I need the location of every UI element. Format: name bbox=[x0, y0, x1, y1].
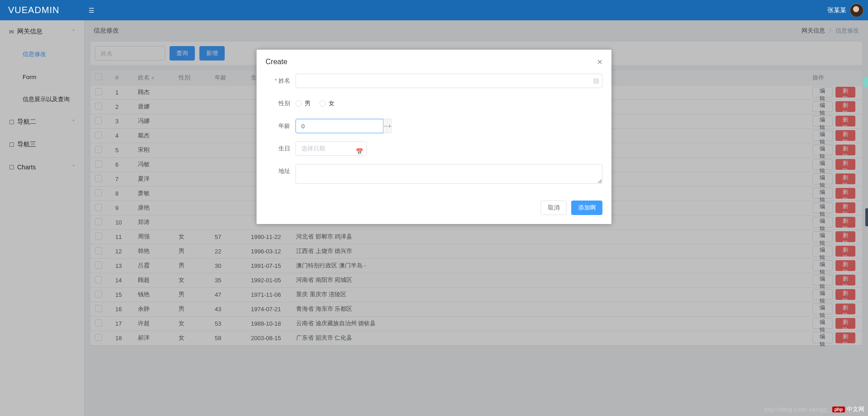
menu-icon: ☰ bbox=[89, 7, 94, 14]
avatar bbox=[850, 4, 863, 17]
watermark: http://blog.csdn.net/qq_ php 中文网 bbox=[764, 405, 864, 413]
calendar-icon: 📅 bbox=[356, 145, 363, 159]
logo: VUEADMIN bbox=[0, 5, 85, 15]
close-icon: ✕ bbox=[597, 58, 603, 66]
birth-date-picker[interactable]: 选择日期 📅 bbox=[296, 141, 367, 156]
addr-field[interactable] bbox=[296, 164, 603, 184]
submit-button[interactable]: 添加啊 bbox=[571, 201, 603, 215]
create-dialog: Create ✕ 姓名 ▤ 性别 男 女 年龄 − + bbox=[257, 50, 612, 224]
label-addr: 地址 bbox=[266, 164, 296, 178]
age-increment-button[interactable]: + bbox=[388, 119, 392, 133]
minus-icon: − bbox=[384, 122, 387, 130]
user-name: 张某某 bbox=[827, 6, 846, 14]
dialog-close-button[interactable]: ✕ bbox=[597, 58, 603, 66]
side-handle[interactable] bbox=[865, 208, 868, 226]
age-stepper: − + bbox=[296, 119, 363, 133]
plus-icon: + bbox=[388, 122, 392, 130]
input-suffix-icon: ▤ bbox=[593, 77, 599, 84]
name-field[interactable] bbox=[296, 74, 603, 88]
label-sex: 性别 bbox=[266, 96, 296, 111]
sidebar-collapse-button[interactable]: ☰ bbox=[85, 7, 98, 14]
user-menu[interactable]: 张某某 bbox=[827, 4, 868, 17]
dialog-title: Create bbox=[266, 58, 288, 66]
age-field[interactable] bbox=[296, 119, 384, 133]
label-name: 姓名 bbox=[266, 74, 296, 88]
top-header: VUEADMIN ☰ 张某某 bbox=[0, 0, 868, 20]
radio-icon bbox=[320, 100, 326, 107]
radio-male[interactable]: 男 bbox=[296, 99, 311, 108]
radio-female[interactable]: 女 bbox=[320, 99, 335, 108]
label-birth: 生日 bbox=[266, 141, 296, 156]
label-age: 年龄 bbox=[266, 119, 296, 133]
radio-icon bbox=[296, 100, 302, 107]
age-decrement-button[interactable]: − bbox=[384, 119, 388, 133]
cancel-button[interactable]: 取消 bbox=[541, 201, 567, 215]
